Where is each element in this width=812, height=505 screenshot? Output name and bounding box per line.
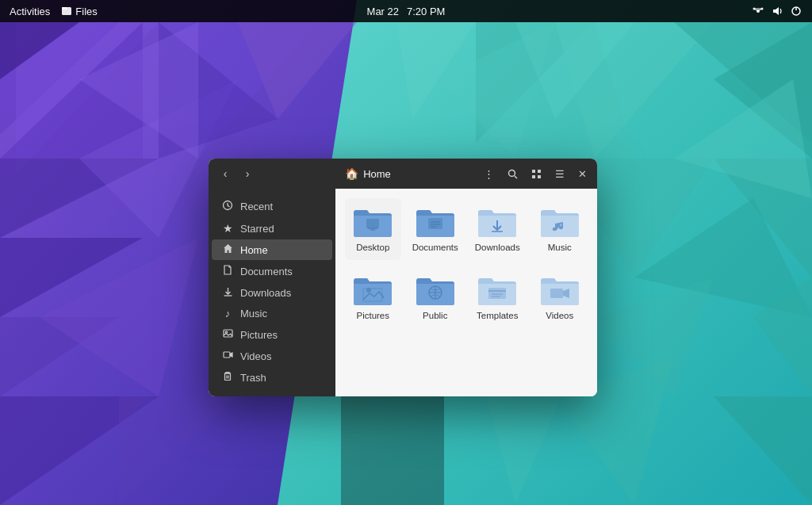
trash-bin-icon [223,371,232,381]
svg-rect-59 [224,352,230,358]
sidebar-item-downloads-label: Downloads [240,287,291,299]
desktop-folder-label: Desktop [356,243,389,254]
svg-rect-52 [532,175,535,178]
svg-marker-45 [773,7,779,15]
recent-icon [221,200,234,213]
folder-documents[interactable]: Documents [408,198,464,260]
sidebar-item-downloads[interactable]: Downloads [212,282,332,303]
folder-downloads[interactable]: Downloads [469,198,526,260]
sidebar-item-trash[interactable]: Trash [212,367,332,388]
topbar-center: Mar 22 7:20 PM [367,6,446,17]
date-display: Mar 22 [367,6,399,17]
view-list-button[interactable]: ☰ [550,163,570,184]
videos-folder-icon [539,273,580,308]
folder-desktop[interactable]: Desktop [345,198,401,260]
sidebar-item-documents[interactable]: Documents [212,261,332,281]
starred-icon: ★ [221,222,234,235]
window-body: Recent ★ Starred Home [209,189,597,396]
folder-templates[interactable]: Templates [469,266,526,328]
sidebar-item-starred-label: Starred [240,223,274,235]
downloads-folder-icon [477,205,518,239]
home-location-icon: 🏠 [345,167,358,180]
sidebar-item-home[interactable]: Home [212,239,332,260]
svg-rect-67 [428,218,442,229]
files-app-label[interactable]: Files [61,6,97,17]
public-folder-label: Public [423,311,447,322]
sidebar-item-music-label: Music [240,308,267,319]
trash-icon [221,371,234,384]
documents-folder-icon [415,205,456,239]
svg-rect-38 [62,7,67,10]
svg-rect-65 [368,228,377,229]
pictures-sidebar-icon [221,328,234,341]
svg-rect-53 [538,175,541,178]
music-folder-label: Music [548,243,572,254]
svg-point-48 [508,170,515,176]
activities-label[interactable]: Activities [10,6,50,17]
sidebar-item-recent[interactable]: Recent [212,196,332,217]
forward-button[interactable]: › [237,163,258,184]
sidebar-item-pictures-label: Pictures [240,329,278,341]
svg-point-58 [225,331,227,333]
pictures-folder-label: Pictures [356,311,389,322]
templates-folder-label: Templates [477,311,518,322]
music-folder-icon [539,205,580,239]
topbar-left: Activities Files [10,6,98,17]
document-icon [223,265,232,275]
sidebar-item-recent-label: Recent [240,201,273,212]
network-icon [752,5,764,17]
music-sidebar-icon: ♪ [221,308,234,319]
files-icon [61,6,72,17]
sidebar-item-trash-label: Trash [240,372,266,384]
folder-music[interactable]: Music [532,198,588,260]
topbar-right [752,5,802,17]
topbar: Activities Files Mar 22 7:20 PM [0,0,812,22]
main-content: Desktop Documents [335,189,597,396]
folder-pictures[interactable]: Pictures [345,266,401,328]
documents-folder-label: Documents [412,243,458,254]
titlebar-nav: ‹ › [215,163,258,184]
sidebar-item-videos-label: Videos [240,350,272,362]
video-icon [223,350,233,360]
menu-dots-button[interactable]: ⋮ [478,163,499,184]
clock-icon [222,200,233,211]
svg-marker-60 [230,353,232,357]
documents-sidebar-icon [221,265,234,277]
sidebar-item-starred[interactable]: ★ Starred [212,218,332,239]
grid-view-icon [531,169,542,179]
sidebar-item-pictures[interactable]: Pictures [212,324,332,345]
svg-rect-64 [366,219,379,228]
house-icon [223,243,233,254]
download-icon [223,286,233,296]
svg-rect-66 [370,229,375,231]
volume-icon [771,5,783,17]
svg-rect-57 [224,330,232,337]
power-icon[interactable] [790,5,802,17]
desktop-folder-icon [352,205,393,239]
view-icons-button[interactable] [526,163,546,184]
sidebar: Recent ★ Starred Home [209,189,335,396]
titlebar-actions: ⋮ ☰ ✕ [478,163,591,184]
videos-sidebar-icon [221,350,234,362]
titlebar: ‹ › 🏠 Home ⋮ ☰ [209,159,597,189]
downloads-sidebar-icon [221,286,234,299]
time-display: 7:20 PM [407,6,445,17]
image-icon [223,328,233,339]
svg-line-49 [515,176,517,178]
downloads-folder-label: Downloads [475,243,520,254]
sidebar-item-documents-label: Documents [240,266,293,277]
titlebar-location: 🏠 Home [258,167,478,180]
svg-rect-51 [538,170,541,173]
sidebar-item-music[interactable]: ♪ Music [212,304,332,323]
svg-rect-77 [488,288,506,299]
back-button[interactable]: ‹ [215,163,236,184]
sidebar-item-videos[interactable]: Videos [212,346,332,366]
search-button[interactable] [502,163,523,184]
sidebar-item-other-locations[interactable]: + Other Locations [212,392,332,396]
search-icon [508,169,518,179]
folder-videos[interactable]: Videos [532,266,588,328]
svg-marker-55 [224,244,232,253]
close-button[interactable]: ✕ [573,165,591,182]
svg-rect-81 [550,289,563,298]
folder-public[interactable]: Public [408,266,464,328]
